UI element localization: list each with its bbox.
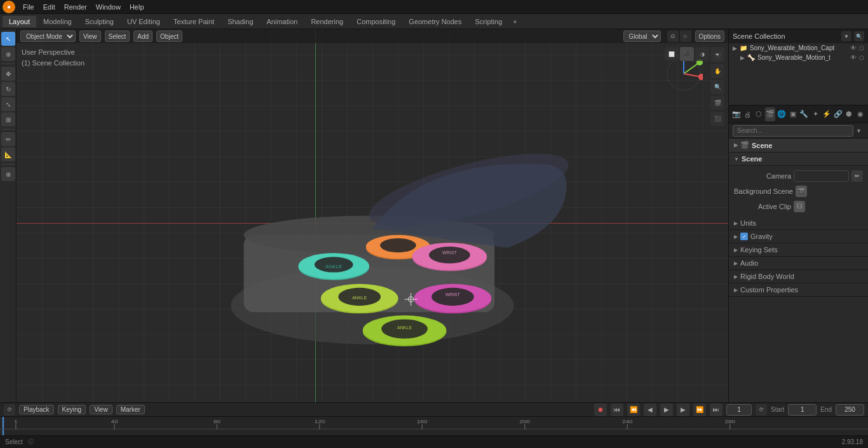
scene-property-header[interactable]: ▶ 🎬 Scene — [729, 139, 868, 153]
timeline-view-btn[interactable]: View — [90, 405, 112, 414]
viewport-add-btn[interactable]: Add — [133, 31, 153, 42]
props-render-icon[interactable]: 📷 — [731, 107, 742, 121]
tab-animation[interactable]: Animation — [261, 16, 304, 27]
snap-toggle[interactable]: ⊙ — [667, 31, 679, 42]
props-physics-icon[interactable]: ⚡ — [822, 107, 832, 121]
props-modifier-icon[interactable]: 🔧 — [799, 107, 810, 121]
skip-start-btn[interactable]: ⏮ — [611, 404, 623, 416]
props-view-layer-icon[interactable]: ⬡ — [754, 107, 764, 121]
camera-value[interactable] — [794, 170, 849, 182]
outliner-item-scene-collection[interactable]: ▶ 📁 Sony_Wearable_Motion_Capt 👁 ⬡ — [729, 43, 868, 53]
menu-window[interactable]: Window — [92, 2, 125, 12]
outliner-item-0-render[interactable]: ⬡ — [859, 45, 864, 51]
frame-time-icon[interactable]: ⏱ — [756, 404, 767, 416]
props-data-icon[interactable]: ⬢ — [844, 107, 855, 121]
outliner-item-0-visibility[interactable]: 👁 — [850, 44, 857, 51]
tab-modeling[interactable]: Modeling — [37, 16, 78, 27]
viewport-mode-select[interactable]: Object Mode — [20, 31, 76, 42]
skip-end-btn[interactable]: ⏭ — [710, 404, 722, 416]
outliner-item-1-visibility[interactable]: 👁 — [850, 54, 857, 61]
viewport-movie-btn[interactable]: 🎬 — [710, 96, 724, 110]
keying-btn[interactable]: Keying — [58, 405, 86, 414]
prev-frame-btn[interactable]: ⏪ — [627, 404, 640, 416]
shading-solid[interactable]: ⬛ — [680, 47, 694, 61]
tool-rotate[interactable]: ↻ — [1, 82, 15, 96]
viewport-view-btn[interactable]: View — [79, 31, 101, 42]
record-btn[interactable]: ⏺ — [594, 404, 607, 416]
outliner-item-object[interactable]: ▶ 🦴 Sony_Wearable_Motion_t 👁 ⬡ — [729, 53, 868, 62]
proportional-edit[interactable]: ○ — [680, 31, 691, 42]
properties-search-input[interactable] — [733, 125, 853, 137]
props-scene-icon[interactable]: 🎬 — [765, 107, 775, 121]
active-clip-icon[interactable]: 🎞 — [794, 201, 805, 212]
menu-file[interactable]: File — [19, 2, 38, 12]
shading-render[interactable]: ● — [710, 47, 724, 61]
props-world-icon[interactable]: 🌐 — [776, 107, 787, 121]
collapsible-keying-sets[interactable]: ▶ Keying Sets — [729, 243, 868, 257]
tool-add-object[interactable]: ⊕ — [1, 167, 15, 181]
tab-layout[interactable]: Layout — [3, 16, 36, 27]
svg-rect-40 — [0, 417, 868, 435]
viewport-object-btn[interactable]: Object — [156, 31, 182, 42]
viewport-scene-svg: ANKLE WRIST ANKLE WRIST ANKLE — [17, 29, 728, 402]
tool-cursor[interactable]: ⊕ — [1, 47, 15, 61]
outliner-item-1-render[interactable]: ⬡ — [859, 55, 864, 61]
timeline-ruler[interactable]: 1 40 80 120 160 200 240 280 — [0, 417, 868, 435]
end-frame-input[interactable]: 250 — [836, 404, 864, 416]
viewport-3d[interactable]: Object Mode View Select Add Object Globa… — [17, 29, 728, 402]
menu-help[interactable]: Help — [126, 2, 148, 12]
tab-shading[interactable]: Shading — [221, 16, 259, 27]
props-constraints-icon[interactable]: 🔗 — [833, 107, 843, 121]
tool-select[interactable]: ↖ — [1, 32, 15, 46]
viewport-hand-btn[interactable]: ✋ — [710, 64, 724, 78]
transform-origin-select[interactable]: Global — [623, 31, 661, 42]
bg-scene-icon[interactable]: 🎬 — [796, 186, 807, 197]
start-frame-input[interactable]: 1 — [788, 404, 817, 416]
shading-material[interactable]: ◑ — [695, 47, 709, 61]
collapsible-units[interactable]: ▶ Units — [729, 217, 868, 230]
scene-subsection-header[interactable]: ▼ Scene — [729, 153, 868, 166]
playback-mode-btn[interactable]: Playback — [19, 405, 54, 414]
collapsible-rigid-body[interactable]: ▶ Rigid Body World — [729, 270, 868, 283]
next-frame-btn[interactable]: ⏩ — [693, 404, 706, 416]
menu-edit[interactable]: Edit — [39, 2, 59, 12]
tab-sculpting[interactable]: Sculpting — [79, 16, 120, 27]
tab-texture-paint[interactable]: Texture Paint — [167, 16, 220, 27]
outliner-search-btn[interactable]: 🔍 — [854, 31, 864, 41]
menu-render[interactable]: Render — [60, 2, 91, 12]
tool-move[interactable]: ✥ — [1, 67, 15, 81]
props-output-icon[interactable]: 🖨 — [743, 107, 753, 121]
prop-row-camera: Camera ✏ — [734, 168, 863, 184]
props-material-icon[interactable]: ◉ — [855, 107, 865, 121]
tab-geometry-nodes[interactable]: Geometry Nodes — [402, 16, 468, 27]
tab-uv-editing[interactable]: UV Editing — [121, 16, 166, 27]
next-keyframe-btn[interactable]: ▶ — [677, 404, 689, 416]
tool-annotate[interactable]: ✏ — [1, 132, 15, 146]
tab-rendering[interactable]: Rendering — [304, 16, 349, 27]
viewport-options-btn[interactable]: Options — [695, 31, 724, 42]
viewport-render-btn[interactable]: ⬛ — [710, 112, 724, 126]
prev-keyframe-btn[interactable]: ◀ — [644, 404, 656, 416]
tool-measure[interactable]: 📐 — [1, 147, 15, 161]
props-object-icon[interactable]: ▣ — [788, 107, 798, 121]
tab-add-button[interactable]: + — [509, 16, 520, 27]
viewport-magnify-btn[interactable]: 🔍 — [710, 80, 724, 94]
gravity-checkbox[interactable]: ✓ — [740, 233, 748, 240]
play-btn[interactable]: ▶ — [660, 404, 673, 416]
tab-compositing[interactable]: Compositing — [350, 16, 402, 27]
outliner-filter-btn[interactable]: ▼ — [841, 31, 851, 41]
viewport-select-btn[interactable]: Select — [105, 31, 130, 42]
tool-transform[interactable]: ⊞ — [1, 112, 15, 126]
camera-eyedropper[interactable]: ✏ — [851, 170, 863, 182]
collapsible-custom-props[interactable]: ▶ Custom Properties — [729, 283, 868, 297]
collapsible-audio[interactable]: ▶ Audio — [729, 257, 868, 270]
prop-row-bg-scene: Background Scene 🎬 — [734, 184, 863, 199]
shading-wireframe[interactable]: ⬜ — [665, 47, 679, 61]
current-frame-input[interactable]: 1 — [726, 404, 752, 416]
collapsible-gravity[interactable]: ▶ ✓ Gravity — [729, 230, 868, 243]
marker-btn[interactable]: Marker — [116, 405, 145, 414]
tab-scripting[interactable]: Scripting — [468, 16, 508, 27]
timeline-mode-icon[interactable]: ⏱ — [4, 404, 15, 416]
props-particles-icon[interactable]: ✦ — [810, 107, 820, 121]
tool-scale[interactable]: ⤡ — [1, 97, 15, 111]
